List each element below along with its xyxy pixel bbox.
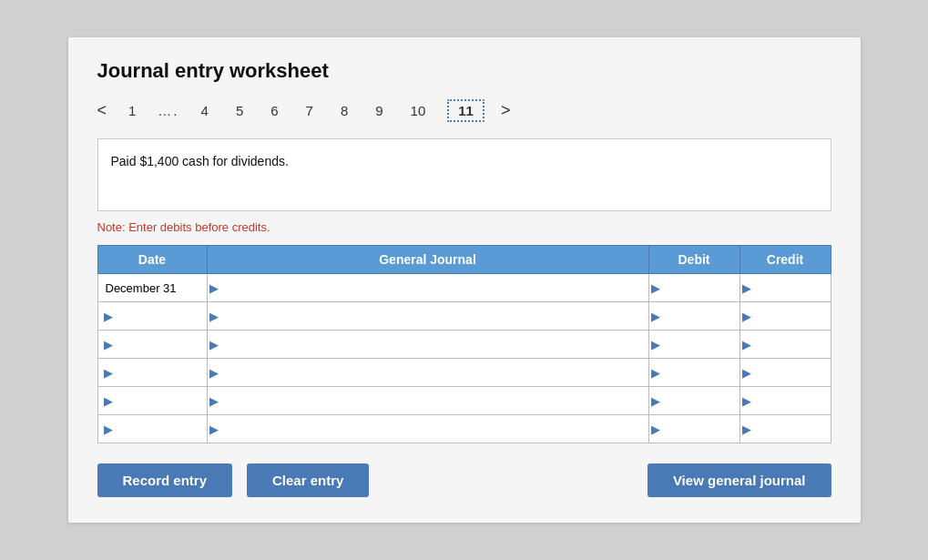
nav-item-5[interactable]: 5 xyxy=(230,101,249,120)
nav-item-1[interactable]: 1 xyxy=(123,101,141,120)
nav-dots: …. xyxy=(158,103,178,118)
journal-input[interactable] xyxy=(219,302,648,330)
page-title: Journal entry worksheet xyxy=(97,59,831,83)
record-entry-button[interactable]: Record entry xyxy=(97,463,233,497)
journal-input[interactable] xyxy=(219,274,648,301)
journal-input[interactable] xyxy=(219,415,648,443)
debit-cell[interactable]: ▶ xyxy=(648,274,739,302)
navigation-row: < 1 …. 4 5 6 7 8 9 10 11 > xyxy=(97,99,831,122)
nav-item-4[interactable]: 4 xyxy=(196,101,214,120)
debit-input[interactable] xyxy=(660,387,739,414)
next-arrow[interactable]: > xyxy=(501,101,511,120)
nav-item-8[interactable]: 8 xyxy=(335,101,353,120)
col-header-credit: Credit xyxy=(739,246,831,274)
credit-cell[interactable]: ▶ xyxy=(739,302,831,331)
credit-input[interactable] xyxy=(751,359,831,386)
nav-item-6[interactable]: 6 xyxy=(265,101,283,120)
credit-cell[interactable]: ▶ xyxy=(739,415,831,443)
debit-input[interactable] xyxy=(660,415,739,443)
nav-item-7[interactable]: 7 xyxy=(301,101,319,120)
debit-input[interactable] xyxy=(660,359,739,386)
debit-cell[interactable]: ▶ xyxy=(648,302,739,331)
credit-cell[interactable]: ▶ xyxy=(739,387,831,415)
debit-cell[interactable]: ▶ xyxy=(648,359,739,387)
note-text: Note: Enter debits before credits. xyxy=(97,220,831,234)
journal-table: Date General Journal Debit Credit Decemb… xyxy=(97,245,831,443)
date-cell: ▶ xyxy=(97,415,207,443)
debit-cell[interactable]: ▶ xyxy=(648,331,739,359)
table-row: December 31▶▶▶ xyxy=(97,274,831,302)
debit-input[interactable] xyxy=(660,274,739,301)
journal-input[interactable] xyxy=(219,387,648,414)
nav-item-9[interactable]: 9 xyxy=(370,101,388,120)
col-header-debit: Debit xyxy=(648,246,739,274)
view-general-journal-button[interactable]: View general journal xyxy=(648,463,831,497)
journal-cell[interactable]: ▶ xyxy=(207,387,648,415)
nav-item-10[interactable]: 10 xyxy=(405,101,432,120)
table-row: ▶▶▶▶ xyxy=(97,415,831,443)
date-cell: ▶ xyxy=(97,331,207,359)
credit-cell[interactable]: ▶ xyxy=(739,331,831,359)
date-cell: ▶ xyxy=(97,359,207,387)
table-row: ▶▶▶▶ xyxy=(97,331,831,359)
table-row: ▶▶▶▶ xyxy=(97,387,831,415)
col-header-date: Date xyxy=(97,246,207,274)
table-row: ▶▶▶▶ xyxy=(97,359,831,387)
credit-input[interactable] xyxy=(751,331,831,358)
date-cell: ▶ xyxy=(97,387,207,415)
description-text: Paid $1,400 cash for dividends. xyxy=(111,154,289,168)
debit-cell[interactable]: ▶ xyxy=(648,415,739,443)
table-row: ▶▶▶▶ xyxy=(97,302,831,331)
clear-entry-button[interactable]: Clear entry xyxy=(247,463,369,497)
debit-cell[interactable]: ▶ xyxy=(648,387,739,415)
journal-cell[interactable]: ▶ xyxy=(207,415,648,443)
debit-input[interactable] xyxy=(660,331,739,358)
col-header-journal: General Journal xyxy=(207,246,648,274)
journal-input[interactable] xyxy=(219,359,648,386)
journal-entry-worksheet: Journal entry worksheet < 1 …. 4 5 6 7 8… xyxy=(68,37,861,523)
credit-input[interactable] xyxy=(751,274,831,301)
credit-input[interactable] xyxy=(751,415,831,443)
journal-cell[interactable]: ▶ xyxy=(207,331,648,359)
credit-input[interactable] xyxy=(751,387,831,414)
debit-input[interactable] xyxy=(660,302,739,330)
nav-item-11[interactable]: 11 xyxy=(447,99,484,122)
prev-arrow[interactable]: < xyxy=(97,101,107,120)
description-box: Paid $1,400 cash for dividends. xyxy=(97,138,831,211)
date-cell: December 31 xyxy=(97,274,207,302)
credit-cell[interactable]: ▶ xyxy=(739,359,831,387)
journal-cell[interactable]: ▶ xyxy=(207,274,648,302)
journal-input[interactable] xyxy=(219,331,648,358)
journal-cell[interactable]: ▶ xyxy=(207,302,648,331)
journal-cell[interactable]: ▶ xyxy=(207,359,648,387)
date-cell: ▶ xyxy=(97,302,207,331)
buttons-row: Record entry Clear entry View general jo… xyxy=(97,463,831,497)
credit-cell[interactable]: ▶ xyxy=(739,274,831,302)
credit-input[interactable] xyxy=(751,302,831,330)
